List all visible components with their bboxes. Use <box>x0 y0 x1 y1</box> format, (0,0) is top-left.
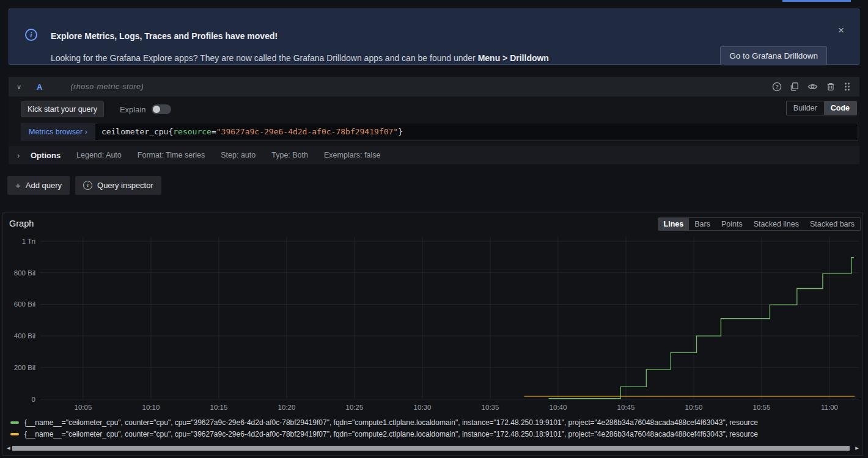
help-icon[interactable]: ? <box>772 82 782 92</box>
option-format: Format: Time series <box>138 151 205 159</box>
banner-body-bold: Menu > Drilldown <box>478 53 549 63</box>
query-inspector-button[interactable]: iQuery inspector <box>75 176 161 195</box>
query-row-header: ∨ A (rhoso-metric-store) ? <box>9 77 859 96</box>
plus-icon: + <box>15 180 21 191</box>
info-icon: i <box>25 29 37 41</box>
duplicate-icon[interactable] <box>790 82 800 92</box>
editor-mode-switch: Builder Code <box>786 101 857 115</box>
datasource-hint: (rhoso-metric-store) <box>70 82 144 91</box>
svg-text:10:20: 10:20 <box>278 404 296 411</box>
promql-query-input[interactable]: ceilometer_cpu{resource="39627a9c-29e6-4… <box>95 123 858 141</box>
svg-text:10:25: 10:25 <box>346 404 364 411</box>
svg-text:400 Bil: 400 Bil <box>14 332 35 340</box>
svg-text:10:05: 10:05 <box>75 404 92 411</box>
query-metric: ceilometer_cpu{ <box>101 127 173 136</box>
legend-item-compute2[interactable]: {__name__="ceilometer_cpu", counter="cpu… <box>10 429 861 440</box>
chevron-right-icon: › <box>85 128 87 136</box>
svg-text:10:35: 10:35 <box>482 404 499 411</box>
chart-legend: {__name__="ceilometer_cpu", counter="cpu… <box>10 417 861 440</box>
tab-stacked-lines[interactable]: Stacked lines <box>748 218 804 230</box>
svg-text:10:45: 10:45 <box>617 404 635 411</box>
banner-body-text: Looking for the Grafana Explore apps? Th… <box>51 53 478 63</box>
add-query-button[interactable]: +Add query <box>7 176 70 195</box>
option-exemplars: Exemplars: false <box>324 151 380 159</box>
explain-toggle[interactable] <box>152 104 171 114</box>
svg-text:11:00: 11:00 <box>821 404 838 411</box>
query-close-brace: } <box>398 127 403 136</box>
query-label-name: resource <box>173 127 211 136</box>
tab-stacked-bars[interactable]: Stacked bars <box>804 218 860 230</box>
scroll-right-icon[interactable]: ▶ <box>853 446 861 451</box>
explain-label: Explain <box>120 105 146 114</box>
active-tab-indicator <box>782 0 851 2</box>
close-icon[interactable]: × <box>838 25 844 35</box>
remove-query-trash-icon[interactable] <box>826 82 836 92</box>
query-ref-id[interactable]: A <box>37 82 42 92</box>
graph-style-tabs: Lines Bars Points Stacked lines Stacked … <box>658 217 861 231</box>
go-to-drilldown-button[interactable]: Go to Grafana Drilldown <box>720 46 827 65</box>
options-row: › Options Legend: Auto Format: Time seri… <box>9 146 859 164</box>
query-label-value: "39627a9c-29e6-4d2d-af0c-78bf29419f07" <box>216 127 398 136</box>
query-equals: = <box>211 127 216 136</box>
toggle-knob <box>153 106 160 113</box>
svg-text:?: ? <box>775 84 778 90</box>
query-row-body: Kick start your query Explain Builder Co… <box>9 96 859 164</box>
drilldown-moved-banner: i Explore Metrics, Logs, Traces and Prof… <box>9 9 859 65</box>
graph-panel-title: Graph <box>9 217 34 228</box>
series-color-swatch <box>10 421 19 424</box>
svg-text:10:50: 10:50 <box>685 404 703 411</box>
option-type: Type: Both <box>271 151 308 159</box>
svg-text:10:40: 10:40 <box>550 404 567 411</box>
series-color-swatch <box>10 433 19 435</box>
svg-text:10:30: 10:30 <box>414 404 432 411</box>
legend-horizontal-scrollbar[interactable]: ◀ ▶ <box>5 445 861 451</box>
query-editor-row: ∨ A (rhoso-metric-store) ? Kick start yo… <box>9 77 859 195</box>
tab-bars[interactable]: Bars <box>689 218 716 230</box>
drag-handle-grip-icon[interactable] <box>844 82 851 92</box>
svg-text:0: 0 <box>32 396 35 403</box>
legend-item-compute1[interactable]: {__name__="ceilometer_cpu", counter="cpu… <box>10 417 861 429</box>
tab-points[interactable]: Points <box>716 218 748 230</box>
metrics-browser-link[interactable]: Metrics browser › <box>21 123 95 141</box>
banner-title: Explore Metrics, Logs, Traces and Profil… <box>51 31 278 41</box>
svg-text:600 Bil: 600 Bil <box>14 300 35 308</box>
svg-text:1 Tri: 1 Tri <box>22 238 35 245</box>
svg-text:10:15: 10:15 <box>210 404 228 411</box>
hide-response-eye-icon[interactable] <box>807 82 818 92</box>
graph-panel: Graph Lines Bars Points Stacked lines St… <box>2 213 863 456</box>
tab-lines[interactable]: Lines <box>658 218 690 230</box>
svg-text:10:55: 10:55 <box>753 404 771 411</box>
scroll-left-icon[interactable]: ◀ <box>5 446 12 451</box>
option-legend: Legend: Auto <box>76 151 122 159</box>
collapse-chevron-icon[interactable]: ∨ <box>13 83 24 91</box>
svg-text:10:10: 10:10 <box>142 404 160 411</box>
mode-builder[interactable]: Builder <box>787 101 824 115</box>
scrollbar-thumb[interactable] <box>12 446 850 451</box>
kick-start-query-button[interactable]: Kick start your query <box>21 101 104 117</box>
options-label[interactable]: Options <box>31 151 61 160</box>
timeseries-chart[interactable]: 10:0510:1010:1510:2010:2510:3010:3510:40… <box>3 237 861 415</box>
svg-text:800 Bil: 800 Bil <box>14 269 35 277</box>
mode-code[interactable]: Code <box>824 101 856 115</box>
options-chevron-icon[interactable]: › <box>17 151 26 160</box>
svg-text:200 Bil: 200 Bil <box>14 364 35 371</box>
option-step: Step: auto <box>221 151 256 159</box>
banner-body: Looking for the Grafana Explore apps? Th… <box>51 53 549 63</box>
info-circle-icon: i <box>83 181 92 190</box>
